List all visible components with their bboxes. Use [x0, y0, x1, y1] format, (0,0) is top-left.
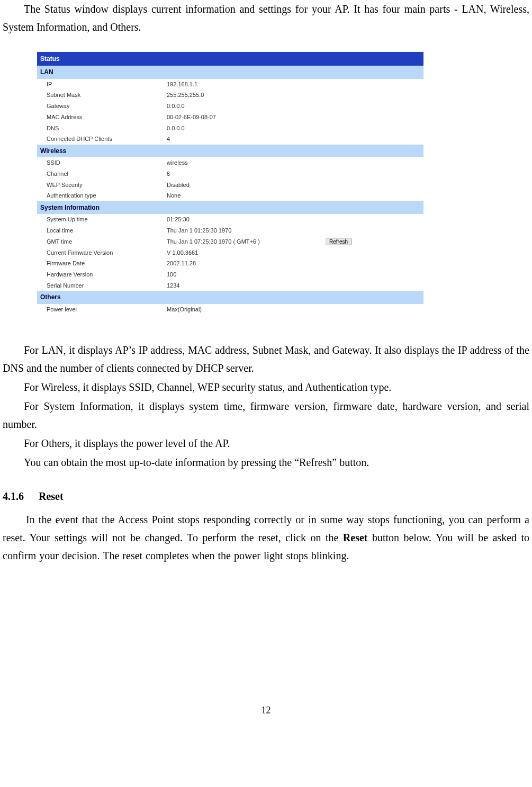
label-uptime: System Up time [37, 214, 167, 225]
table-row: Hardware Version100 [37, 269, 423, 280]
value-uptime: 01:25:30 [167, 214, 326, 225]
value-ssid: wireless [167, 157, 326, 168]
value-serial: 1234 [167, 280, 326, 291]
value-power: Max(Original) [167, 304, 326, 315]
page-number: 12 [3, 702, 529, 719]
value-auth: None [167, 190, 326, 201]
section-number: 4.1.6 [3, 487, 24, 505]
others-header: Others [37, 291, 423, 303]
label-mac: MAC Address [37, 112, 167, 123]
table-row: IP192.168.1.1 [37, 79, 423, 90]
refresh-button[interactable]: Refresh [326, 238, 351, 245]
status-screenshot: Status LAN IP192.168.1.1 Subnet Mask255.… [37, 52, 423, 315]
section-title: Reset [39, 487, 64, 505]
wireless-header: Wireless [37, 145, 423, 157]
table-row: GMT timeThu Jan 1 07:25:30 1970 ( GMT+6 … [37, 236, 423, 247]
table-row: Subnet Mask255.255.255.0 [37, 90, 423, 101]
value-fwdate: 2002.11.28 [167, 258, 326, 269]
label-dns: DNS [37, 123, 167, 134]
label-hwver: Hardware Version [37, 269, 167, 280]
value-gmt: Thu Jan 1 07:25:30 1970 ( GMT+6 ) [167, 236, 326, 247]
value-dns: 0.0.0.0 [167, 123, 326, 134]
label-power: Power level [37, 304, 167, 315]
value-channel: 6 [167, 168, 326, 180]
reset-paragraph: In the event that the Access Point stops… [3, 511, 529, 565]
label-ip: IP [37, 79, 167, 90]
value-dhcp: 4 [167, 133, 326, 145]
label-auth: Authentication type [37, 190, 167, 201]
value-hwver: 100 [167, 269, 326, 280]
sysinfo-header: System Information [37, 201, 423, 214]
table-row: Gateway0.0.0.0 [37, 101, 423, 112]
value-fwver: V 1.00.3661 [167, 247, 326, 258]
value-local: Thu Jan 1 01:25:30 1970 [167, 225, 326, 236]
intro-paragraph: The Status window displays current infor… [3, 0, 529, 36]
table-row: Authentication typeNone [37, 190, 423, 201]
table-row: Firmware Date2002.11.28 [37, 258, 423, 269]
lan-table: IP192.168.1.1 Subnet Mask255.255.255.0 G… [37, 79, 423, 145]
label-subnet: Subnet Mask [37, 90, 167, 101]
body-p1: For LAN, it displays AP’s IP address, MA… [3, 341, 529, 377]
label-serial: Serial Number [37, 280, 167, 291]
label-fwdate: Firmware Date [37, 258, 167, 269]
value-ip: 192.168.1.1 [167, 79, 326, 90]
label-wep: WEP Security [37, 180, 167, 191]
table-row: DNS0.0.0.0 [37, 123, 423, 134]
table-row: Connected DHCP Clients4 [37, 133, 423, 145]
value-subnet: 255.255.255.0 [167, 90, 326, 101]
value-wep: Disabled [167, 180, 326, 191]
label-channel: Channel [37, 168, 167, 180]
table-row: SSIDwireless [37, 157, 423, 168]
reset-bold: Reset [343, 532, 368, 543]
sysinfo-table: System Up time01:25:30 Local timeThu Jan… [37, 214, 423, 291]
lan-header: LAN [37, 66, 423, 78]
table-row: MAC Address00-02-6E-09-08-07 [37, 112, 423, 123]
label-local: Local time [37, 225, 167, 236]
section-heading: 4.1.6 Reset [3, 487, 529, 505]
table-row: Serial Number1234 [37, 280, 423, 291]
table-row: Current Firmware VersionV 1.00.3661 [37, 247, 423, 258]
body-p5: You can obtain the most up-to-date infor… [3, 453, 529, 471]
value-gateway: 0.0.0.0 [167, 101, 326, 112]
body-p3: For System Information, it displays syst… [3, 397, 529, 433]
others-table: Power levelMax(Original) [37, 304, 423, 315]
status-title: Status [37, 52, 423, 66]
label-ssid: SSID [37, 157, 167, 168]
label-gateway: Gateway [37, 101, 167, 112]
label-gmt: GMT time [37, 236, 167, 247]
table-row: System Up time01:25:30 [37, 214, 423, 225]
value-mac: 00-02-6E-09-08-07 [167, 112, 326, 123]
label-fwver: Current Firmware Version [37, 247, 167, 258]
table-row: Local timeThu Jan 1 01:25:30 1970 [37, 225, 423, 236]
wireless-table: SSIDwireless Channel6 WEP SecurityDisabl… [37, 157, 423, 201]
table-row: Power levelMax(Original) [37, 304, 423, 315]
label-dhcp: Connected DHCP Clients [37, 133, 167, 145]
table-row: Channel6 [37, 168, 423, 180]
table-row: WEP SecurityDisabled [37, 180, 423, 191]
body-p2: For Wireless, it displays SSID, Channel,… [3, 378, 529, 396]
body-p4: For Others, it displays the power level … [3, 434, 529, 452]
